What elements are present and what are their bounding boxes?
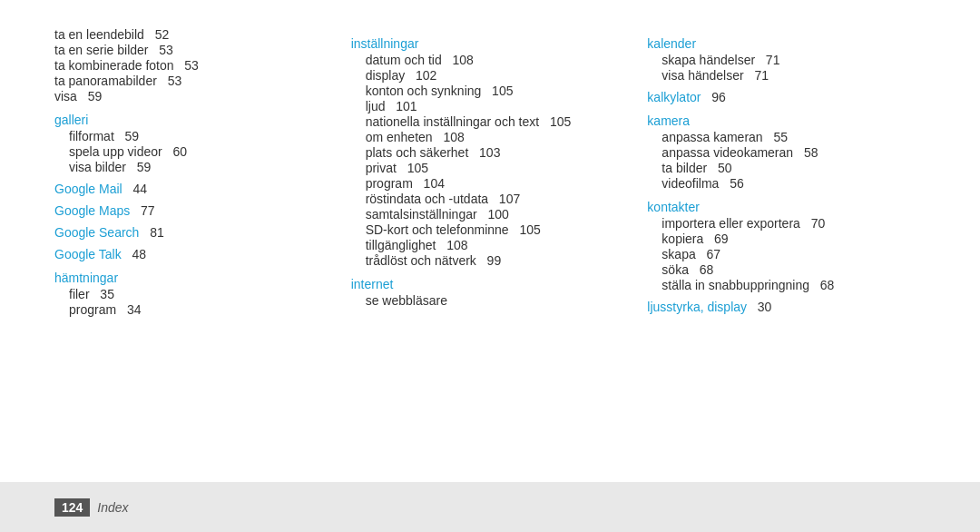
sub-entry: plats och säkerhet 103 [351,145,630,160]
sub-entry: display 102 [351,68,630,83]
category-page: 48 [125,247,146,261]
sub-entry-label: visa bilder [69,160,126,174]
sub-entry-page: 67 [700,247,720,261]
sub-entry-page: 68 [813,278,834,292]
category-page: 96 [704,90,725,104]
sub-entry-page: 58 [797,145,818,160]
sub-entry-page: 101 [388,99,416,113]
sub-entry-page: 105 [485,84,513,98]
sub-entry-label: samtalsinställningar [366,207,477,222]
entry-label: ta panoramabilder [54,74,157,88]
category-link[interactable]: kamera [647,113,926,128]
category-link[interactable]: kontakter [647,200,926,214]
entry-page: 53 [161,74,181,88]
sub-entry: privat 105 [351,161,630,175]
sub-entry-label: program [69,302,116,317]
sub-entry: program 104 [351,176,630,191]
top-entry: ta en leendebild 52 [54,27,333,42]
category-link[interactable]: galleri [54,113,333,127]
sub-entry-page: 71 [748,68,769,83]
sub-entry-label: skapa [662,247,695,261]
sub-entry-page: 69 [707,232,728,246]
page-content: ta en leendebild 52ta en serie bilder 53… [0,0,980,478]
sub-entry: visa händelser 71 [647,68,926,83]
top-entry: ta kombinerade foton 53 [54,58,333,73]
sub-entry-label: se webbläsare [366,293,447,308]
sub-entry-label: om enheten [366,130,433,144]
sub-entry: ta bilder 50 [647,161,926,175]
sub-entry: datum och tid 108 [351,53,630,67]
sub-entry-page: 59 [118,129,139,143]
sub-entry-page: 99 [480,253,501,268]
sub-entry-label: SD-kort och telefonminne [366,222,509,237]
sub-entry: nationella inställningar och text 105 [351,114,630,129]
sub-entry-page: 108 [440,238,468,252]
sub-entry-label: anpassa kameran [662,130,762,144]
sub-entry: videofilma 56 [647,176,926,191]
column-3: kalenderskapa händelser 71visa händelser… [647,27,944,459]
sub-entry: om enheten 108 [351,130,630,144]
sub-entry-page: 70 [804,216,825,231]
sub-entry-label: söka [662,262,689,277]
sub-entry-label: visa händelser [662,68,743,83]
category-page: 77 [133,203,154,218]
inline-category-entry: Google Talk 48 [54,247,333,261]
sub-entry-label: program [366,176,413,191]
sub-entry-page: 108 [446,53,474,67]
sub-entry: SD-kort och telefonminne 105 [351,222,630,237]
sub-entry-page: 100 [481,207,509,222]
entry-label: ta en leendebild [54,27,144,42]
column-1: ta en leendebild 52ta en serie bilder 53… [54,27,351,459]
sub-entry: spela upp videor 60 [54,144,333,159]
sub-entry-page: 105 [513,222,541,237]
category-link[interactable]: Google Mail [54,182,122,196]
sub-entry-label: skapa händelser [662,53,755,67]
sub-entry: ställa in snabbuppringning 68 [647,278,926,292]
sub-entry-label: videofilma [662,176,719,191]
sub-entry-page: 107 [492,192,520,206]
category-link[interactable]: inställningar [351,36,630,51]
category-link[interactable]: internet [351,277,630,291]
sub-entry-page: 105 [543,114,571,129]
category-link[interactable]: ljusstyrka, display [647,300,747,314]
sub-entry: tillgänglighet 108 [351,238,630,252]
category-link[interactable]: kalender [647,36,926,51]
entry-label: ta kombinerade foton [54,58,174,73]
category-link[interactable]: kalkylator [647,90,701,104]
sub-entry-label: röstindata och -utdata [366,192,488,206]
sub-entry-page: 104 [416,176,445,191]
sub-entry: skapa 67 [647,247,926,261]
sub-entry: filer 35 [54,287,333,301]
sub-entry-label: importera eller exportera [662,216,800,231]
sub-entry: visa bilder 59 [54,160,333,174]
sub-entry: samtalsinställningar 100 [351,207,630,222]
sub-entry: anpassa videokameran 58 [647,145,926,160]
category-link[interactable]: Google Talk [54,247,122,261]
category-page: 30 [750,300,771,314]
sub-entry-page: 68 [692,262,713,277]
sub-entry: se webbläsare [351,293,630,308]
sub-entry: konton och synkning 105 [351,84,630,98]
sub-entry: kopiera 69 [647,232,926,246]
top-entry: ta en serie bilder 53 [54,43,333,57]
inline-category-entry: Google Maps 77 [54,203,333,218]
sub-entry-page: 102 [408,68,436,83]
sub-entry: söka 68 [647,262,926,277]
sub-entry-label: spela upp videor [69,144,162,159]
top-entry: visa 59 [54,89,333,103]
sub-entry-page: 35 [93,287,114,301]
category-link[interactable]: Google Search [54,225,139,240]
sub-entry-label: ta bilder [662,161,707,175]
footer-index-label: Index [97,500,128,515]
entry-label: ta en serie bilder [54,43,149,57]
sub-entry-label: filformat [69,129,114,143]
sub-entry: röstindata och -utdata 107 [351,192,630,206]
category-link[interactable]: hämtningar [54,271,333,285]
entry-page: 53 [152,43,173,57]
entry-label: visa [54,89,77,103]
category-link[interactable]: Google Maps [54,203,130,218]
sub-entry: skapa händelser 71 [647,53,926,67]
sub-entry-page: 105 [400,161,428,175]
sub-entry-label: konton och synkning [366,84,482,98]
entry-page: 53 [178,58,199,73]
